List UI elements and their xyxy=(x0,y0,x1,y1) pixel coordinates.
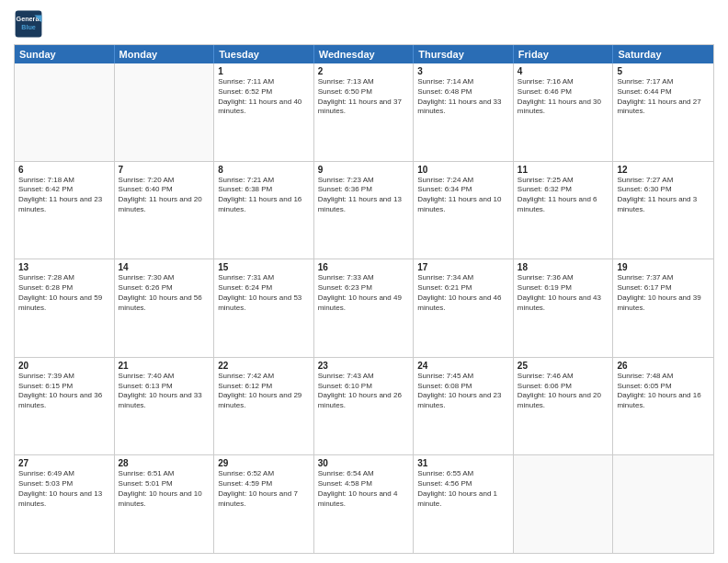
calendar-day-5: 5Sunrise: 7:17 AMSunset: 6:44 PMDaylight… xyxy=(613,63,713,161)
day-info: Sunrise: 7:34 AMSunset: 6:21 PMDaylight:… xyxy=(417,273,509,313)
day-info: Sunrise: 7:23 AMSunset: 6:36 PMDaylight:… xyxy=(318,176,410,215)
day-number: 26 xyxy=(617,361,710,371)
calendar-day-15: 15Sunrise: 7:31 AMSunset: 6:24 PMDayligh… xyxy=(214,259,314,357)
calendar-day-empty xyxy=(613,455,713,553)
day-info: Sunrise: 7:11 AMSunset: 6:52 PMDaylight:… xyxy=(218,77,310,117)
calendar-day-26: 26Sunrise: 7:48 AMSunset: 6:05 PMDayligh… xyxy=(613,358,713,455)
calendar-day-empty xyxy=(115,63,215,161)
calendar-day-30: 30Sunrise: 6:54 AMSunset: 4:58 PMDayligh… xyxy=(314,455,415,553)
day-info: Sunrise: 7:18 AMSunset: 6:42 PMDaylight:… xyxy=(18,176,110,215)
calendar-day-31: 31Sunrise: 6:55 AMSunset: 4:56 PMDayligh… xyxy=(414,455,514,553)
day-info: Sunrise: 7:16 AMSunset: 6:46 PMDaylight:… xyxy=(518,77,609,117)
day-info: Sunrise: 7:27 AMSunset: 6:30 PMDaylight:… xyxy=(617,176,710,215)
day-number: 15 xyxy=(218,262,310,272)
calendar-row-5: 27Sunrise: 6:49 AMSunset: 5:03 PMDayligh… xyxy=(15,455,713,553)
calendar-row-2: 6Sunrise: 7:18 AMSunset: 6:42 PMDaylight… xyxy=(15,162,713,260)
weekday-header-saturday: Saturday xyxy=(613,45,713,63)
calendar-day-11: 11Sunrise: 7:25 AMSunset: 6:32 PMDayligh… xyxy=(514,162,614,259)
day-info: Sunrise: 7:28 AMSunset: 6:28 PMDaylight:… xyxy=(18,273,110,313)
logo: General Blue xyxy=(14,9,47,39)
weekday-header-friday: Friday xyxy=(514,45,614,63)
day-number: 19 xyxy=(617,262,710,272)
calendar-day-21: 21Sunrise: 7:40 AMSunset: 6:13 PMDayligh… xyxy=(115,358,215,455)
calendar-day-23: 23Sunrise: 7:43 AMSunset: 6:10 PMDayligh… xyxy=(314,358,415,455)
day-info: Sunrise: 7:45 AMSunset: 6:08 PMDaylight:… xyxy=(417,372,509,411)
day-info: Sunrise: 7:43 AMSunset: 6:10 PMDaylight:… xyxy=(318,372,410,411)
day-number: 3 xyxy=(417,66,509,76)
calendar-day-7: 7Sunrise: 7:20 AMSunset: 6:40 PMDaylight… xyxy=(115,162,215,259)
day-info: Sunrise: 7:46 AMSunset: 6:06 PMDaylight:… xyxy=(518,372,609,411)
calendar-day-12: 12Sunrise: 7:27 AMSunset: 6:30 PMDayligh… xyxy=(613,162,713,259)
day-number: 12 xyxy=(617,165,710,175)
day-info: Sunrise: 7:20 AMSunset: 6:40 PMDaylight:… xyxy=(119,176,210,215)
weekday-header-monday: Monday xyxy=(115,45,215,63)
weekday-header-sunday: Sunday xyxy=(15,45,115,63)
day-number: 24 xyxy=(417,361,509,371)
day-number: 6 xyxy=(18,165,110,175)
calendar-day-16: 16Sunrise: 7:33 AMSunset: 6:23 PMDayligh… xyxy=(314,259,415,357)
day-info: Sunrise: 7:17 AMSunset: 6:44 PMDaylight:… xyxy=(617,77,710,117)
calendar-day-empty xyxy=(514,455,614,553)
day-number: 25 xyxy=(518,361,609,371)
day-number: 20 xyxy=(18,361,110,371)
day-info: Sunrise: 7:21 AMSunset: 6:38 PMDaylight:… xyxy=(218,176,310,215)
weekday-header-tuesday: Tuesday xyxy=(214,45,314,63)
svg-text:Blue: Blue xyxy=(21,23,36,31)
day-number: 4 xyxy=(518,66,609,76)
day-info: Sunrise: 6:55 AMSunset: 4:56 PMDaylight:… xyxy=(417,469,509,509)
calendar-day-1: 1Sunrise: 7:11 AMSunset: 6:52 PMDaylight… xyxy=(214,63,314,161)
calendar-row-1: 1Sunrise: 7:11 AMSunset: 6:52 PMDaylight… xyxy=(15,63,713,162)
day-number: 21 xyxy=(119,361,210,371)
day-number: 22 xyxy=(218,361,310,371)
calendar-day-13: 13Sunrise: 7:28 AMSunset: 6:28 PMDayligh… xyxy=(15,259,115,357)
day-number: 18 xyxy=(518,262,609,272)
day-info: Sunrise: 7:13 AMSunset: 6:50 PMDaylight:… xyxy=(318,77,410,117)
calendar-day-19: 19Sunrise: 7:37 AMSunset: 6:17 PMDayligh… xyxy=(613,259,713,357)
day-info: Sunrise: 7:36 AMSunset: 6:19 PMDaylight:… xyxy=(518,273,609,313)
day-number: 11 xyxy=(518,165,609,175)
page: General Blue SundayMondayTuesdayWednesda… xyxy=(0,0,728,563)
calendar-day-24: 24Sunrise: 7:45 AMSunset: 6:08 PMDayligh… xyxy=(414,358,514,455)
calendar-day-17: 17Sunrise: 7:34 AMSunset: 6:21 PMDayligh… xyxy=(414,259,514,357)
day-number: 29 xyxy=(218,458,310,468)
day-info: Sunrise: 6:51 AMSunset: 5:01 PMDaylight:… xyxy=(119,469,210,509)
day-info: Sunrise: 7:37 AMSunset: 6:17 PMDaylight:… xyxy=(617,273,710,313)
calendar-day-29: 29Sunrise: 6:52 AMSunset: 4:59 PMDayligh… xyxy=(214,455,314,553)
calendar-day-8: 8Sunrise: 7:21 AMSunset: 6:38 PMDaylight… xyxy=(214,162,314,259)
calendar-day-empty xyxy=(15,63,115,161)
calendar-day-27: 27Sunrise: 6:49 AMSunset: 5:03 PMDayligh… xyxy=(15,455,115,553)
day-info: Sunrise: 6:52 AMSunset: 4:59 PMDaylight:… xyxy=(218,469,310,509)
calendar-day-6: 6Sunrise: 7:18 AMSunset: 6:42 PMDaylight… xyxy=(15,162,115,259)
day-number: 10 xyxy=(417,165,509,175)
calendar-day-22: 22Sunrise: 7:42 AMSunset: 6:12 PMDayligh… xyxy=(214,358,314,455)
day-number: 28 xyxy=(119,458,210,468)
day-info: Sunrise: 7:30 AMSunset: 6:26 PMDaylight:… xyxy=(119,273,210,313)
calendar: SundayMondayTuesdayWednesdayThursdayFrid… xyxy=(14,44,714,554)
day-number: 31 xyxy=(417,458,509,468)
calendar-day-2: 2Sunrise: 7:13 AMSunset: 6:50 PMDaylight… xyxy=(314,63,415,161)
calendar-row-3: 13Sunrise: 7:28 AMSunset: 6:28 PMDayligh… xyxy=(15,259,713,358)
calendar-day-14: 14Sunrise: 7:30 AMSunset: 6:26 PMDayligh… xyxy=(115,259,215,357)
calendar-day-4: 4Sunrise: 7:16 AMSunset: 6:46 PMDaylight… xyxy=(514,63,614,161)
day-number: 1 xyxy=(218,66,310,76)
day-number: 13 xyxy=(18,262,110,272)
day-number: 16 xyxy=(318,262,410,272)
day-number: 2 xyxy=(318,66,410,76)
calendar-day-10: 10Sunrise: 7:24 AMSunset: 6:34 PMDayligh… xyxy=(414,162,514,259)
day-info: Sunrise: 7:48 AMSunset: 6:05 PMDaylight:… xyxy=(617,372,710,411)
day-info: Sunrise: 7:42 AMSunset: 6:12 PMDaylight:… xyxy=(218,372,310,411)
day-number: 5 xyxy=(617,66,710,76)
calendar-day-18: 18Sunrise: 7:36 AMSunset: 6:19 PMDayligh… xyxy=(514,259,614,357)
calendar-day-28: 28Sunrise: 6:51 AMSunset: 5:01 PMDayligh… xyxy=(115,455,215,553)
day-number: 9 xyxy=(318,165,410,175)
weekday-header-thursday: Thursday xyxy=(414,45,514,63)
weekday-header-wednesday: Wednesday xyxy=(314,45,415,63)
day-info: Sunrise: 6:49 AMSunset: 5:03 PMDaylight:… xyxy=(18,469,110,509)
day-number: 14 xyxy=(119,262,210,272)
day-number: 7 xyxy=(119,165,210,175)
day-info: Sunrise: 7:25 AMSunset: 6:32 PMDaylight:… xyxy=(518,176,609,215)
logo-icon: General Blue xyxy=(14,9,43,39)
header: General Blue xyxy=(14,9,714,39)
calendar-day-3: 3Sunrise: 7:14 AMSunset: 6:48 PMDaylight… xyxy=(414,63,514,161)
day-number: 23 xyxy=(318,361,410,371)
